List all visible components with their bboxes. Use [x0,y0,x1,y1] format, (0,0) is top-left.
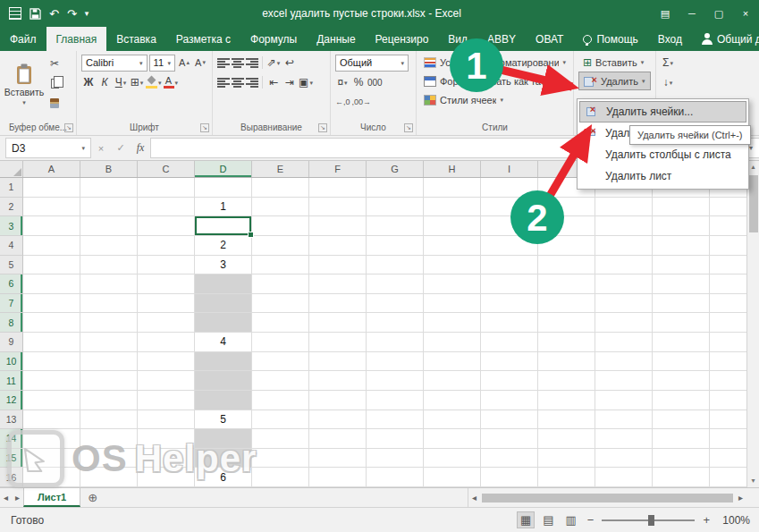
cell-K10[interactable] [595,352,653,372]
number-format-select[interactable]: Общий ▾ [335,55,409,72]
cell-H4[interactable] [424,236,481,256]
menu-delete-cells[interactable]: × Удалить ячейки... [579,101,746,122]
cell-A7[interactable] [23,294,80,314]
row-header-5[interactable]: 5 [0,256,23,275]
borders-button[interactable]: ⊞▾ [130,74,144,90]
wrap-text-icon[interactable]: ↩ [283,55,297,71]
cell-H10[interactable] [424,352,481,372]
row-header-15[interactable]: 15 [0,449,23,469]
cell-C2[interactable] [138,198,195,217]
cell-M13[interactable] [710,410,746,430]
decrease-indent-icon[interactable]: ⇤ [266,74,281,90]
cell-E4[interactable] [252,236,309,256]
cell-C15[interactable] [138,449,195,469]
cell-M3[interactable] [710,216,746,236]
tab-review[interactable]: Рецензиро [366,27,439,51]
cell-C10[interactable] [138,352,195,372]
cell-H6[interactable] [424,274,481,294]
cell-E6[interactable] [252,274,309,294]
cell-H7[interactable] [424,294,481,314]
zoom-out-icon[interactable]: − [586,513,596,527]
cell-E15[interactable] [252,449,309,469]
fill-button[interactable]: ↓▾ [661,74,675,90]
cell-I12[interactable] [481,391,538,410]
row-header-12[interactable]: 12 [0,391,23,410]
cell-H5[interactable] [424,256,481,275]
cell-F4[interactable] [309,236,367,256]
tab-page-layout[interactable]: Разметка с [166,27,240,51]
zoom-percentage[interactable]: 100% [718,514,750,527]
cell-C9[interactable] [138,333,195,352]
cell-A16[interactable] [23,468,80,487]
cell-F5[interactable] [309,256,367,275]
select-all-corner[interactable] [0,161,23,177]
cell-J4[interactable] [538,236,595,256]
cell-L5[interactable] [653,256,710,275]
cell-E16[interactable] [252,468,309,487]
cell-G10[interactable] [367,352,424,372]
row-header-3[interactable]: 3 [0,216,23,236]
cell-C12[interactable] [138,391,195,410]
cell-A1[interactable] [23,178,80,198]
orientation-button[interactable]: ⇗▾ [266,55,281,71]
cell-D16[interactable]: 6 [195,468,252,487]
cell-K6[interactable] [595,274,653,294]
name-box[interactable]: D3 ▾ [5,138,91,158]
cell-L13[interactable] [653,410,710,430]
cell-C1[interactable] [138,178,195,198]
conditional-formatting-button[interactable]: Условное форматирование ▾ [421,53,569,72]
cell-H11[interactable] [424,371,481,391]
menu-delete-sheet-columns[interactable]: Удалить столбцы с листа [579,144,746,165]
zoom-slider[interactable] [602,519,695,521]
row-header-16[interactable]: 16 [0,468,23,487]
clipboard-dialog-launcher[interactable]: ↘ [64,123,73,132]
cell-E13[interactable] [252,410,309,430]
cell-L12[interactable] [653,391,710,410]
tab-view[interactable]: Вид [438,27,477,51]
cell-D6[interactable] [195,274,252,294]
font-color-button[interactable]: А▾ [164,74,179,90]
cell-I15[interactable] [481,449,538,469]
cell-K15[interactable] [595,449,653,469]
comma-style-button[interactable]: 000 [367,74,383,90]
cell-M4[interactable] [710,236,746,256]
cell-B4[interactable] [80,236,138,256]
bold-button[interactable]: Ж [81,74,96,90]
cell-L3[interactable] [653,216,710,236]
cell-D5[interactable]: 3 [195,256,252,275]
cell-G5[interactable] [367,256,424,275]
cell-L11[interactable] [653,371,710,391]
vertical-scrollbar[interactable]: ▴ ▾ [746,161,759,487]
cell-K13[interactable] [595,410,653,430]
font-dialog-launcher[interactable]: ↘ [200,123,209,132]
percent-style-button[interactable]: % [351,74,366,90]
zoom-thumb[interactable] [648,515,654,526]
tab-formulas[interactable]: Формулы [240,27,307,51]
cell-I7[interactable] [481,294,538,314]
cell-C7[interactable] [138,294,195,314]
scroll-up-icon[interactable]: ▴ [751,161,755,173]
tab-help[interactable]: Помощь [573,27,647,51]
horizontal-scroll-thumb[interactable] [482,494,733,502]
insert-cells-button[interactable]: ⊞ Вставить ▾ [578,53,651,72]
column-header-B[interactable]: B [80,161,138,177]
cell-J12[interactable] [538,391,595,410]
align-right-icon[interactable] [246,78,258,88]
cell-H15[interactable] [424,449,481,469]
cell-K11[interactable] [595,371,653,391]
cell-D3[interactable] [195,216,252,236]
cell-A5[interactable] [23,256,80,275]
cell-F1[interactable] [309,178,367,198]
cell-G7[interactable] [367,294,424,314]
cell-D8[interactable] [195,313,252,333]
cell-H8[interactable] [424,313,481,333]
cell-L7[interactable] [653,294,710,314]
row-header-10[interactable]: 10 [0,352,23,372]
cell-A4[interactable] [23,236,80,256]
cell-C8[interactable] [138,313,195,333]
copy-icon[interactable] [47,75,62,91]
cell-F8[interactable] [309,313,367,333]
cell-L4[interactable] [653,236,710,256]
cell-D10[interactable] [195,352,252,372]
cell-C11[interactable] [138,371,195,391]
